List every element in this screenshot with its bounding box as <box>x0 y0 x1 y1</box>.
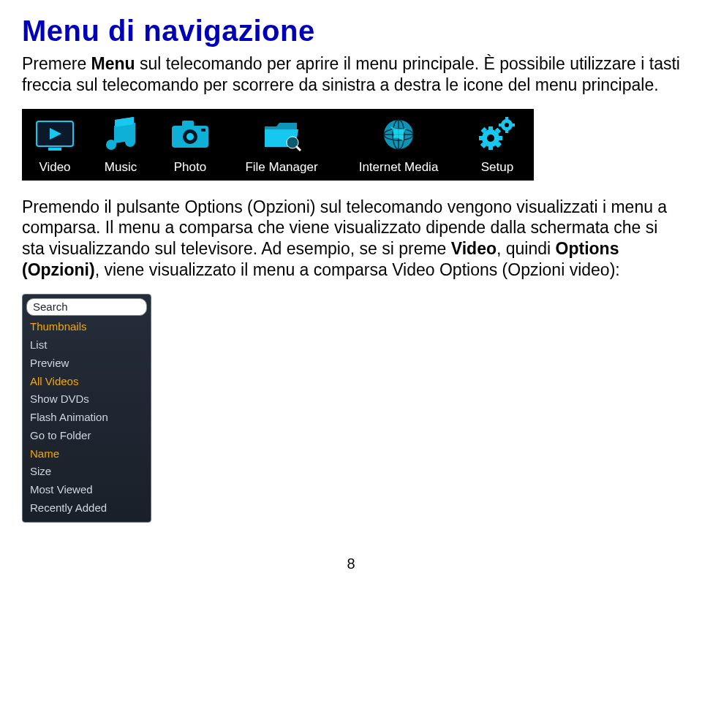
svg-rect-20 <box>488 126 493 132</box>
svg-point-34 <box>505 123 509 127</box>
svg-rect-23 <box>497 136 502 140</box>
folder-icon <box>259 113 304 156</box>
video-icon <box>32 113 78 156</box>
svg-point-28 <box>487 134 494 142</box>
menu-label-video: Video <box>22 160 88 175</box>
menu-item-filemanager[interactable]: File Manager <box>227 109 336 181</box>
main-menu-strip: Video Music Photo <box>22 109 534 181</box>
bold-menu: Menu <box>91 54 135 73</box>
svg-rect-33 <box>511 124 515 126</box>
svg-rect-32 <box>499 124 502 126</box>
gear-icon <box>475 113 520 156</box>
popup-item-show-dvds[interactable]: Show DVDs <box>23 390 151 409</box>
text: , quindi <box>497 239 556 258</box>
popup-item-list[interactable]: List <box>23 336 151 354</box>
menu-item-photo[interactable]: Photo <box>154 109 227 181</box>
menu-label-photo: Photo <box>154 160 227 175</box>
svg-rect-1 <box>48 148 61 151</box>
svg-rect-5 <box>114 126 116 145</box>
popup-item-preview[interactable]: Preview <box>23 354 151 373</box>
popup-item-go-to-folder[interactable]: Go to Folder <box>23 427 151 445</box>
popup-item-flash-animation[interactable]: Flash Animation <box>23 409 151 427</box>
text: Premere <box>22 54 91 73</box>
menu-item-music[interactable]: Music <box>88 109 154 181</box>
svg-line-13 <box>296 146 301 151</box>
popup-item-size[interactable]: Size <box>23 463 151 481</box>
menu-item-setup[interactable]: Setup <box>461 109 534 181</box>
photo-icon <box>167 113 213 156</box>
menu-label-filemanager: File Manager <box>227 160 336 175</box>
popup-item-recently-added[interactable]: Recently Added <box>23 499 151 517</box>
svg-rect-30 <box>505 117 508 121</box>
popup-item-all-videos[interactable]: All Videos <box>23 373 151 391</box>
music-icon <box>98 113 143 156</box>
paragraph-1: Premere Menu sul telecomando per aprire … <box>22 53 680 96</box>
page-number: 8 <box>22 556 680 572</box>
svg-rect-8 <box>182 121 194 127</box>
popup-item-name[interactable]: Name <box>23 445 151 463</box>
svg-rect-22 <box>479 136 485 140</box>
svg-rect-6 <box>133 123 135 142</box>
svg-rect-31 <box>505 129 508 133</box>
menu-item-internetmedia[interactable]: Internet Media <box>336 109 461 181</box>
page-title: Menu di navigazione <box>22 15 680 48</box>
bold-video: Video <box>451 239 497 258</box>
menu-label-internetmedia: Internet Media <box>336 160 461 175</box>
popup-item-most-viewed[interactable]: Most Viewed <box>23 481 151 499</box>
menu-label-music: Music <box>88 160 154 175</box>
globe-icon <box>376 113 421 156</box>
menu-item-video[interactable]: Video <box>22 109 88 181</box>
menu-label-setup: Setup <box>461 160 534 175</box>
text: , viene visualizzato il menu a comparsa … <box>95 260 620 279</box>
paragraph-2: Premendo il pulsante Options (Opzioni) s… <box>22 197 680 281</box>
svg-point-10 <box>186 133 194 140</box>
video-options-popup: SearchThumbnailsListPreviewAll VideosSho… <box>22 294 151 523</box>
svg-rect-21 <box>488 144 493 150</box>
svg-rect-11 <box>201 129 205 132</box>
popup-item-thumbnails[interactable]: Thumbnails <box>23 318 151 336</box>
popup-item-search[interactable]: Search <box>26 298 147 316</box>
